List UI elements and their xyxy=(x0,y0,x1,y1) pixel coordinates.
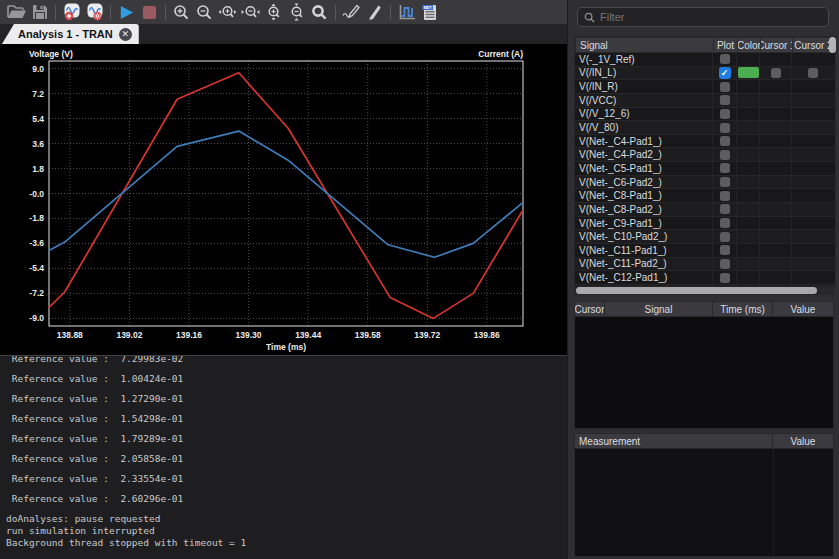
plot-checkbox[interactable] xyxy=(720,150,730,160)
waveform-plot[interactable]: 9.07.25.43.61.8-0.0-1.8-3.6-5.4-7.2-9.01… xyxy=(0,44,567,355)
new-analysis-button[interactable] xyxy=(60,2,83,23)
signal-row[interactable]: V(Net-_C12-Pad1_) xyxy=(575,271,835,285)
signals-horizontal-scrollbar[interactable] xyxy=(574,286,834,295)
column-header-cursor[interactable]: Cursor xyxy=(575,302,605,316)
cursor1-cell xyxy=(760,217,792,230)
zoom-in-button[interactable] xyxy=(170,2,193,23)
signals-panel: Filter SignalPlotColorCursor 1Cursor 2 V… xyxy=(567,0,839,559)
column-header-value[interactable]: Value xyxy=(773,434,833,448)
search-icon xyxy=(584,12,595,23)
run-button[interactable] xyxy=(115,2,138,23)
scrollbar-thumb[interactable] xyxy=(576,287,817,294)
plot-checkbox[interactable] xyxy=(720,177,730,187)
signal-name-label: V(/V_80) xyxy=(575,122,618,133)
cursor2-cell xyxy=(792,148,833,161)
signal-row[interactable]: V(Net-_C6-Pad2_) xyxy=(575,176,835,190)
plot-view-button[interactable] xyxy=(395,2,418,23)
console-line: Reference value : 2.33554e-01 xyxy=(6,473,567,485)
edit-analysis-button[interactable] xyxy=(83,2,106,23)
plot-cell xyxy=(713,135,737,148)
column-header-time-ms-[interactable]: Time (ms) xyxy=(713,302,773,316)
plot-checkbox[interactable] xyxy=(720,273,730,283)
signal-row[interactable]: V(/V_12_6) xyxy=(575,108,835,122)
cursor1-checkbox[interactable] xyxy=(771,68,781,78)
right-axis-title: Current (A) xyxy=(478,49,523,59)
signal-name-label: V(Net-_C5-Pad1_) xyxy=(575,163,662,174)
x-tick-label: 139.44 xyxy=(295,330,321,340)
signal-row[interactable]: V(/V_80) xyxy=(575,121,835,135)
cursors-table: CursorSignalTime (ms)Value xyxy=(574,301,834,429)
signal-row[interactable]: V(Net-_C5-Pad1_) xyxy=(575,162,835,176)
signal-row[interactable]: V(Net-_C4-Pad2_) xyxy=(575,148,835,162)
plot-checkbox[interactable] xyxy=(720,82,730,92)
plot-checkbox[interactable] xyxy=(720,123,730,133)
plot-checkbox[interactable] xyxy=(720,245,730,255)
column-header-cursor-1[interactable]: Cursor 1 xyxy=(761,38,793,52)
zoom-h-out-button[interactable] xyxy=(239,2,262,23)
plot-checkbox[interactable] xyxy=(720,163,730,173)
color-cell xyxy=(737,230,760,243)
y-tick-label: 9.0 xyxy=(32,64,44,74)
zoom-out-button[interactable] xyxy=(193,2,216,23)
stop-button[interactable] xyxy=(138,2,161,23)
signal-row[interactable]: V(-_1V_Ref) xyxy=(575,53,835,67)
signal-row[interactable]: V(/IN_R) xyxy=(575,80,835,94)
x-tick-label: 139.30 xyxy=(236,330,262,340)
plot-checkbox[interactable] xyxy=(720,232,730,242)
zoom-v-out-button[interactable] xyxy=(285,2,308,23)
signal-row[interactable]: V(Net-_C11-Pad2_) xyxy=(575,258,835,272)
color-swatch[interactable] xyxy=(738,67,759,78)
column-header-cursor-2[interactable]: Cursor 2 xyxy=(793,38,834,52)
edit-analysis-icon xyxy=(86,3,104,21)
signal-row[interactable]: V(Net-_C11-Pad1_) xyxy=(575,244,835,258)
open-button[interactable] xyxy=(5,2,28,23)
x-tick-label: 139.16 xyxy=(176,330,202,340)
plot-checkbox[interactable] xyxy=(720,191,730,201)
cursor1-cell xyxy=(760,244,792,257)
plot-checkbox[interactable] xyxy=(720,204,730,214)
zoom-fit-button[interactable] xyxy=(308,2,331,23)
save-button[interactable] xyxy=(28,2,51,23)
signal-row[interactable]: V(Net-_C8-Pad2_) xyxy=(575,203,835,217)
signal-row[interactable]: V(/IN_L)✓ xyxy=(575,67,835,81)
signal-row[interactable]: V(Net-_C9-Pad1_) xyxy=(575,217,835,231)
signal-row[interactable]: V(Net-_C10-Pad2_) xyxy=(575,230,835,244)
plot-checkbox[interactable] xyxy=(720,95,730,105)
plot-checkbox[interactable] xyxy=(720,218,730,228)
plot-checkbox[interactable] xyxy=(720,259,730,269)
signal-row[interactable]: V(/VCC) xyxy=(575,94,835,108)
column-header-signal[interactable]: Signal xyxy=(605,302,713,316)
column-header-color[interactable]: Color xyxy=(738,38,761,52)
zoom-h-out-icon xyxy=(241,4,260,21)
plot-checkbox[interactable] xyxy=(720,54,730,64)
signal-name: V(Net-_C12-Pad1_) xyxy=(575,271,713,284)
zoom-h-in-button[interactable] xyxy=(216,2,239,23)
probe-button[interactable] xyxy=(340,2,363,23)
cursor2-cell xyxy=(792,94,833,107)
plot-checkbox[interactable]: ✓ xyxy=(719,67,731,79)
tab-analysis1[interactable]: Analysis 1 - TRAN ✕ xyxy=(2,24,139,44)
signals-vertical-scrollbar[interactable] xyxy=(829,37,836,284)
column-header-plot[interactable]: Plot xyxy=(714,38,738,52)
console-output[interactable]: Reference value : 7.29983e-02 Reference … xyxy=(0,355,567,559)
cursor1-cell xyxy=(760,148,792,161)
color-cell xyxy=(737,94,760,107)
column-header-signal[interactable]: Signal xyxy=(576,38,714,52)
tab-close-icon[interactable]: ✕ xyxy=(119,28,132,41)
plot-checkbox[interactable] xyxy=(720,109,730,119)
scrollbar-thumb[interactable] xyxy=(829,37,836,53)
tune-button[interactable] xyxy=(363,2,386,23)
filter-input[interactable]: Filter xyxy=(577,7,829,27)
netlist-button[interactable]: NET xyxy=(418,2,441,23)
cursor2-checkbox[interactable] xyxy=(808,68,818,78)
column-header-measurement[interactable]: Measurement xyxy=(575,434,773,448)
signal-name-label: V(/VCC) xyxy=(575,95,616,106)
signal-row[interactable]: V(Net-_C8-Pad1_) xyxy=(575,189,835,203)
x-tick-label: 139.86 xyxy=(474,330,500,340)
plot-cell xyxy=(713,80,737,93)
column-header-value[interactable]: Value xyxy=(773,302,833,316)
measurements-table-body[interactable] xyxy=(574,449,834,557)
plot-checkbox[interactable] xyxy=(720,136,730,146)
signal-row[interactable]: V(Net-_C4-Pad1_) xyxy=(575,135,835,149)
zoom-v-in-button[interactable] xyxy=(262,2,285,23)
